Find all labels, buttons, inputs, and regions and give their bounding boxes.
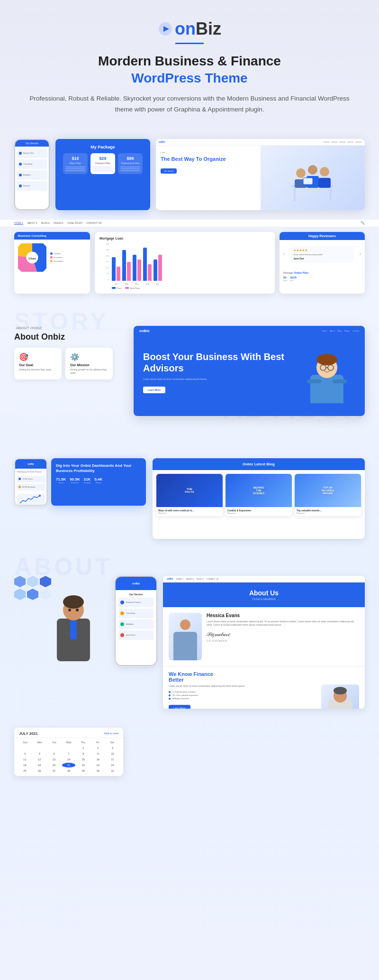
logo-text: onBiz bbox=[175, 19, 221, 39]
cal-empty-3: x bbox=[47, 746, 61, 750]
calendar-days: x x x x 1 2 3 4 5 6 7 8 9 10 11 12 13 14 bbox=[18, 746, 119, 773]
cal-day-8[interactable]: 8 bbox=[76, 751, 90, 756]
cal-day-11[interactable]: 11 bbox=[18, 757, 32, 762]
cal-day-12[interactable]: 12 bbox=[33, 757, 46, 762]
person-name: Hessica Evans bbox=[207, 613, 359, 618]
cal-day-23[interactable]: 23 bbox=[91, 763, 105, 767]
reviews-prev[interactable]: ‹ bbox=[283, 251, 285, 257]
calendar-add[interactable]: Add to note bbox=[104, 732, 118, 735]
package-cards: $10 Basic Plan $29 Premium Plan $89 Prof… bbox=[61, 153, 144, 174]
nav-blog[interactable]: BLOG ▾ bbox=[41, 222, 50, 224]
nav-search[interactable]: 🔍 bbox=[361, 221, 365, 225]
phone-stat-1: 71.5K Users bbox=[17, 476, 45, 482]
svg-rect-10 bbox=[318, 178, 331, 188]
cal-day-2[interactable]: 2 bbox=[91, 746, 105, 750]
blog-info-3: Top valuable brands... Blog post bbox=[295, 507, 361, 516]
reviews-header: Happy Reviewers bbox=[280, 232, 365, 240]
about-logo: onBiz bbox=[167, 577, 173, 580]
cal-day-3[interactable]: 3 bbox=[106, 746, 119, 750]
blog-post-3: TOP 100VALUABLEBRANDS Top valuable brand… bbox=[295, 474, 361, 516]
service-phone-body: Our Service Business Finance Consulting … bbox=[116, 590, 156, 644]
gap3 bbox=[0, 544, 379, 553]
about-nav-item-2: PAGES ▾ bbox=[186, 578, 194, 580]
finance-btn[interactable]: Learn More bbox=[169, 705, 190, 709]
person-desc: Lorem ipsum dolor sit amet consectetur a… bbox=[207, 620, 359, 627]
about-us-title: About Us bbox=[170, 589, 358, 597]
service-text-4: Investment bbox=[126, 634, 135, 636]
cal-day-26[interactable]: 26 bbox=[33, 768, 46, 773]
chart-title: Mortgage Loan bbox=[99, 237, 270, 240]
nav-pages[interactable]: PAGES ▾ bbox=[54, 222, 63, 224]
cal-day-27[interactable]: 27 bbox=[47, 768, 61, 773]
laptop-nav-about: About bbox=[330, 330, 334, 332]
cal-day-21-today[interactable]: 21 bbox=[62, 763, 76, 767]
cal-day-22[interactable]: 22 bbox=[76, 763, 90, 767]
cal-day-18[interactable]: 18 bbox=[18, 763, 32, 767]
cal-day-20[interactable]: 20 bbox=[47, 763, 61, 767]
logo-underline bbox=[175, 43, 204, 44]
stat-projects-num: 21K bbox=[84, 477, 91, 481]
cal-day-25[interactable]: 25 bbox=[18, 768, 32, 773]
stat-users-label: Users bbox=[56, 481, 66, 484]
blog-label-2: BEHINDTHESCENES bbox=[251, 484, 267, 497]
cal-day-1[interactable]: 1 bbox=[76, 746, 90, 750]
laptop-cta[interactable]: Learn More bbox=[143, 387, 165, 393]
cal-day-28[interactable]: 28 bbox=[62, 768, 76, 773]
package-info: Package: Onbiz Plan $0Free $225Pro bbox=[283, 271, 361, 282]
blog-post-meta-1: Blog post bbox=[158, 512, 221, 514]
cal-day-16[interactable]: 16 bbox=[91, 757, 105, 762]
blog-img-3: TOP 100VALUABLEBRANDS bbox=[295, 474, 361, 507]
headline-main: Mordern Business & Finance bbox=[28, 54, 351, 69]
laptop-screen: onBiz Home About Blog Pages Contact Boos… bbox=[134, 326, 365, 416]
hdr-fri: Fri bbox=[90, 741, 105, 744]
row5-screenshots: onBiz Our Service Business Finance Consu… bbox=[0, 571, 379, 713]
cal-day-30[interactable]: 30 bbox=[91, 768, 105, 773]
blog-posts: THEFACTS Ways id with more credit ph &..… bbox=[153, 470, 365, 520]
phone-item-text-4: Finance bbox=[23, 185, 30, 187]
logo-biz: Biz bbox=[196, 19, 221, 38]
cal-day-15[interactable]: 15 bbox=[76, 757, 90, 762]
plan-premium: $29 Premium Plan bbox=[90, 153, 115, 174]
svg-rect-32 bbox=[70, 620, 77, 639]
finance-bullet-3: All Angles Expertise bbox=[169, 697, 317, 700]
calendar-day-headers: Sun Mon Tue Wed Thu Fri Sat bbox=[18, 741, 119, 744]
stat-users: 71.5K Users bbox=[56, 477, 66, 484]
finance-title: We Know Finance Better bbox=[169, 671, 359, 683]
cal-day-9[interactable]: 9 bbox=[91, 751, 105, 756]
blog-post-1: THEFACTS Ways id with more credit ph &..… bbox=[156, 474, 223, 516]
cal-day-13[interactable]: 13 bbox=[47, 757, 61, 762]
phone-body-1: Service One Consulting Analytics Finance bbox=[15, 147, 49, 209]
review-stars: ★★★★★ bbox=[293, 249, 351, 252]
svg-rect-18 bbox=[310, 375, 343, 403]
hdr-thu: Thu bbox=[76, 741, 90, 744]
cal-day-29[interactable]: 29 bbox=[76, 768, 90, 773]
r4-left-group: onBiz Welcoming To Onbiz Finance 71.5K U… bbox=[14, 458, 147, 506]
cal-day-5[interactable]: 5 bbox=[33, 751, 46, 756]
service-icon-3 bbox=[120, 622, 124, 626]
blog-info-1: Ways id with more credit ph &... Blog po… bbox=[156, 507, 223, 516]
reviews-next[interactable]: › bbox=[360, 251, 361, 257]
cal-day-14[interactable]: 14 bbox=[62, 757, 76, 762]
nav-home[interactable]: HOME ▾ bbox=[14, 222, 23, 225]
goal-title: Our Goal bbox=[19, 363, 57, 367]
cal-day-4[interactable]: 4 bbox=[18, 751, 32, 756]
cal-day-17[interactable]: 17 bbox=[106, 757, 119, 762]
nav-case[interactable]: CASE STUDY bbox=[67, 222, 82, 224]
service-phone: onBiz Our Service Business Finance Consu… bbox=[115, 576, 157, 666]
package-screen: My Package $10 Basic Plan $29 Premium Pl… bbox=[55, 139, 150, 210]
hero-image-area bbox=[261, 146, 365, 210]
cal-day-19[interactable]: 19 bbox=[33, 763, 46, 767]
phone-item-3: Analytics bbox=[17, 170, 47, 180]
nav-contact[interactable]: CONTACT US bbox=[86, 222, 101, 224]
nav-about[interactable]: ABOUT ▾ bbox=[27, 222, 37, 224]
cal-day-24[interactable]: 24 bbox=[106, 763, 119, 767]
person-info: Hessica Evans Lorem ipsum dolor sit amet… bbox=[207, 613, 359, 660]
stat-clients-label: Clients bbox=[94, 481, 102, 484]
cal-day-7[interactable]: 7 bbox=[62, 751, 76, 756]
cal-day-31[interactable]: 31 bbox=[106, 768, 119, 773]
cal-day-10[interactable]: 10 bbox=[106, 751, 119, 756]
hero-cta-btn[interactable]: Get Started bbox=[161, 168, 177, 174]
cal-day-6[interactable]: 6 bbox=[47, 751, 61, 756]
mission-title: Our Mission bbox=[70, 363, 108, 367]
package-title: My Package bbox=[61, 145, 144, 149]
